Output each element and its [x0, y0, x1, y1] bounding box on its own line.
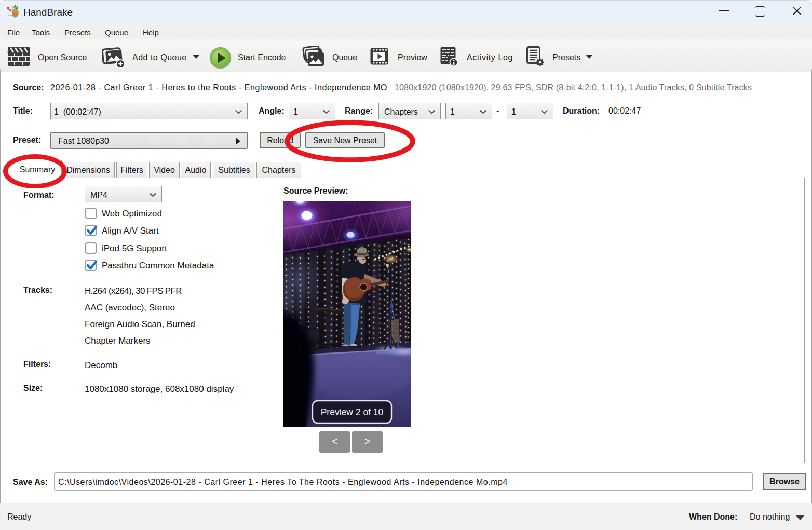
svg-text:Preview 2 of 10: Preview 2 of 10: [321, 407, 384, 417]
